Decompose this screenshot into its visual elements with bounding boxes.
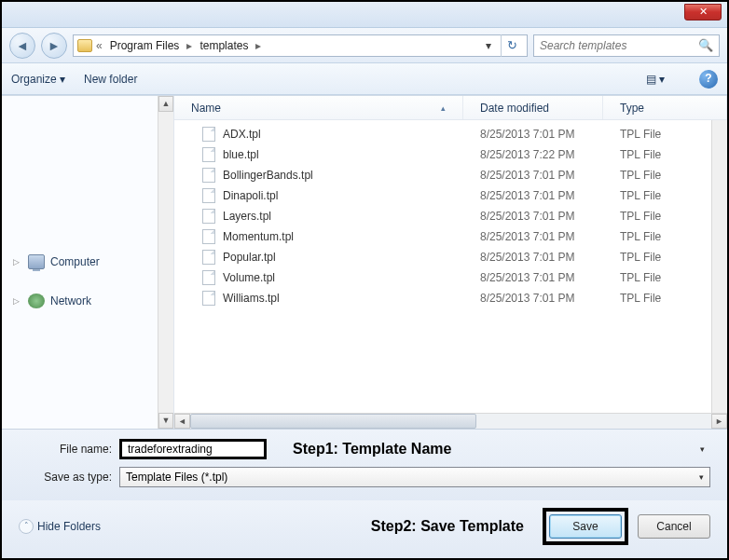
view-options-button[interactable]: ▤ ▾: [641, 70, 669, 89]
column-label: Type: [620, 102, 644, 115]
file-icon: [202, 250, 215, 265]
file-row[interactable]: ADX.tpl8/25/2013 7:01 PMTPL File: [174, 124, 727, 144]
search-input[interactable]: [540, 39, 698, 52]
file-row[interactable]: Dinapoli.tpl8/25/2013 7:01 PMTPL File: [174, 185, 727, 206]
file-row[interactable]: BollingerBands.tpl8/25/2013 7:01 PMTPL F…: [174, 165, 727, 185]
save-as-type-dropdown[interactable]: Template Files (*.tpl) ▾: [119, 467, 710, 487]
back-button[interactable]: ◄: [9, 33, 35, 59]
breadcrumb-back-chevron[interactable]: «: [96, 39, 103, 52]
filename-history-dropdown-icon[interactable]: ▾: [700, 444, 710, 454]
horizontal-scrollbar[interactable]: ◄ ►: [174, 413, 727, 429]
cancel-button[interactable]: Cancel: [638, 514, 710, 539]
column-header-type[interactable]: Type: [603, 96, 727, 119]
file-row[interactable]: Volume.tpl8/25/2013 7:01 PMTPL File: [174, 267, 727, 288]
file-type: TPL File: [603, 169, 727, 182]
save-highlight-box: Save: [543, 508, 628, 545]
folder-icon: [77, 39, 92, 52]
file-icon: [202, 147, 215, 162]
breadcrumb[interactable]: « Program Files ▸ templates ▸ ▾ ↻: [73, 34, 528, 57]
file-row[interactable]: Layers.tpl8/25/2013 7:01 PMTPL File: [174, 206, 727, 226]
file-icon: [202, 291, 215, 306]
scroll-right-icon[interactable]: ►: [711, 414, 727, 429]
file-date: 8/25/2013 7:01 PM: [463, 230, 603, 243]
column-label: Name: [191, 102, 221, 115]
file-name: ADX.tpl: [223, 128, 261, 141]
expand-icon[interactable]: ▷: [13, 257, 22, 266]
toolbar: Organize ▾ New folder ▤ ▾ ?: [2, 63, 727, 95]
titlebar: ✕: [2, 2, 727, 28]
breadcrumb-sep-icon[interactable]: ▸: [255, 39, 261, 52]
breadcrumb-item[interactable]: Program Files: [106, 39, 184, 52]
file-date: 8/25/2013 7:01 PM: [463, 210, 603, 223]
vertical-scrollbar[interactable]: [711, 120, 727, 413]
forward-button[interactable]: ►: [41, 33, 67, 59]
tree-item-network[interactable]: ▷ Network: [2, 290, 173, 312]
hide-folders-button[interactable]: ˄ Hide Folders: [19, 519, 101, 534]
save-dialog-window: ✕ ◄ ► « Program Files ▸ templates ▸ ▾ ↻ …: [2, 2, 727, 558]
refresh-button[interactable]: ↻: [501, 34, 523, 57]
organize-menu[interactable]: Organize ▾: [11, 73, 65, 86]
navigation-bar: ◄ ► « Program Files ▸ templates ▸ ▾ ↻ 🔍: [2, 28, 727, 63]
dialog-footer: ˄ Hide Folders Step2: Save Template Save…: [2, 500, 727, 558]
file-name: Momentum.tpl: [223, 230, 294, 243]
network-icon: [28, 294, 45, 308]
save-form: File name: Step1: Template Name ▾ Save a…: [2, 429, 727, 500]
file-type: TPL File: [603, 251, 727, 264]
file-list: Name ▴ Date modified Type ADX.tpl8/25/20…: [174, 96, 727, 429]
main-pane: ▷ Computer ▷ Network ▲ ▼ Name ▴: [2, 95, 727, 429]
breadcrumb-item[interactable]: templates: [196, 39, 252, 52]
sort-asc-icon: ▴: [441, 103, 446, 113]
file-row[interactable]: Popular.tpl8/25/2013 7:01 PMTPL File: [174, 247, 727, 267]
file-icon: [202, 229, 215, 244]
file-type: TPL File: [603, 128, 727, 141]
scroll-left-icon[interactable]: ◄: [174, 414, 190, 429]
file-icon: [202, 209, 215, 224]
column-header-date[interactable]: Date modified: [463, 96, 603, 119]
save-button[interactable]: Save: [549, 514, 622, 539]
file-date: 8/25/2013 7:22 PM: [463, 148, 603, 161]
search-icon[interactable]: 🔍: [698, 38, 713, 52]
file-type: TPL File: [603, 292, 727, 305]
file-name: Dinapoli.tpl: [223, 189, 278, 202]
column-header-name[interactable]: Name ▴: [174, 96, 463, 119]
scroll-down-icon[interactable]: ▼: [158, 413, 173, 429]
tree-item-label: Network: [50, 294, 91, 307]
file-date: 8/25/2013 7:01 PM: [463, 189, 603, 202]
file-name: Williams.tpl: [223, 292, 280, 305]
file-row[interactable]: Momentum.tpl8/25/2013 7:01 PMTPL File: [174, 226, 727, 247]
file-type: TPL File: [603, 210, 727, 223]
file-date: 8/25/2013 7:01 PM: [463, 292, 603, 305]
close-button[interactable]: ✕: [684, 4, 722, 20]
tree-scrollbar[interactable]: ▲ ▼: [158, 96, 173, 429]
help-button[interactable]: ?: [699, 70, 718, 89]
scroll-up-icon[interactable]: ▲: [158, 96, 173, 112]
file-icon: [202, 168, 215, 183]
chevron-down-icon: ▾: [699, 472, 704, 482]
file-row[interactable]: Williams.tpl8/25/2013 7:01 PMTPL File: [174, 288, 727, 308]
file-name-input[interactable]: [119, 439, 267, 459]
file-date: 8/25/2013 7:01 PM: [463, 271, 603, 284]
scroll-track[interactable]: [190, 414, 711, 429]
file-row[interactable]: blue.tpl8/25/2013 7:22 PMTPL File: [174, 144, 727, 165]
file-icon: [202, 188, 215, 203]
computer-icon: [28, 254, 45, 269]
search-box[interactable]: 🔍: [533, 34, 720, 57]
hide-folders-label: Hide Folders: [37, 520, 101, 533]
file-icon: [202, 270, 215, 285]
file-rows: ADX.tpl8/25/2013 7:01 PMTPL Fileblue.tpl…: [174, 120, 727, 413]
tree-item-label: Computer: [50, 255, 100, 268]
breadcrumb-dropdown-icon[interactable]: ▾: [480, 39, 497, 52]
column-label: Date modified: [480, 102, 549, 115]
file-type: TPL File: [603, 148, 727, 161]
expand-icon[interactable]: ▷: [13, 296, 22, 306]
scroll-thumb[interactable]: [190, 414, 476, 429]
file-type: TPL File: [603, 271, 727, 284]
file-date: 8/25/2013 7:01 PM: [463, 169, 603, 182]
file-type: TPL File: [603, 230, 727, 243]
tree-item-computer[interactable]: ▷ Computer: [2, 251, 173, 273]
breadcrumb-sep-icon[interactable]: ▸: [186, 39, 192, 52]
new-folder-button[interactable]: New folder: [84, 73, 137, 86]
file-date: 8/25/2013 7:01 PM: [463, 128, 603, 141]
file-name: Layers.tpl: [223, 210, 271, 223]
file-name: Popular.tpl: [223, 251, 276, 264]
